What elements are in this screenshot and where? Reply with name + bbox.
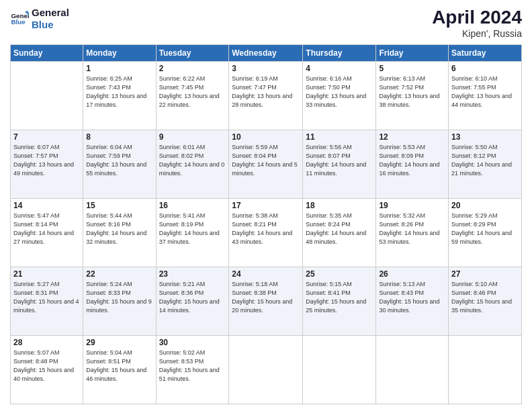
day-number: 25 — [306, 269, 373, 279]
day-info: Sunrise: 5:27 AMSunset: 8:31 PMDaylight:… — [13, 280, 80, 315]
day-number: 15 — [86, 201, 152, 210]
day-cell: 24Sunrise: 5:18 AMSunset: 8:38 PMDayligh… — [229, 267, 303, 336]
day-number: 1 — [86, 64, 152, 73]
page: General Blue General Blue April 2024 Kip… — [0, 0, 532, 411]
weekday-header-row: SundayMondayTuesdayWednesdayThursdayFrid… — [11, 45, 522, 62]
day-info: Sunrise: 5:21 AMSunset: 8:36 PMDaylight:… — [159, 280, 226, 315]
day-cell: 8Sunrise: 6:04 AMSunset: 7:59 PMDaylight… — [83, 130, 156, 199]
day-number: 13 — [451, 132, 519, 142]
day-number: 21 — [13, 269, 80, 279]
month-title: April 2024 — [432, 7, 522, 28]
logo: General Blue General Blue — [10, 7, 69, 31]
day-cell: 2Sunrise: 6:22 AMSunset: 7:45 PMDaylight… — [156, 62, 229, 130]
day-number: 11 — [306, 132, 373, 142]
day-cell: 13Sunrise: 5:50 AMSunset: 8:12 PMDayligh… — [449, 130, 522, 199]
day-cell: 1Sunrise: 6:25 AMSunset: 7:43 PMDaylight… — [83, 62, 156, 130]
day-cell: 3Sunrise: 6:19 AMSunset: 7:47 PMDaylight… — [229, 62, 303, 130]
day-number: 7 — [13, 132, 80, 142]
weekday-monday: Monday — [83, 45, 156, 62]
day-cell: 5Sunrise: 6:13 AMSunset: 7:52 PMDaylight… — [376, 62, 449, 130]
day-info: Sunrise: 5:29 AMSunset: 8:29 PMDaylight:… — [451, 212, 519, 246]
day-number: 19 — [379, 201, 445, 210]
day-cell: 16Sunrise: 5:41 AMSunset: 8:19 PMDayligh… — [156, 199, 229, 267]
day-cell: 22Sunrise: 5:24 AMSunset: 8:33 PMDayligh… — [83, 267, 156, 336]
day-info: Sunrise: 6:16 AMSunset: 7:50 PMDaylight:… — [306, 75, 373, 109]
header: General Blue General Blue April 2024 Kip… — [10, 7, 522, 39]
day-number: 27 — [451, 269, 519, 279]
day-info: Sunrise: 5:41 AMSunset: 8:19 PMDaylight:… — [159, 212, 226, 246]
day-info: Sunrise: 5:07 AMSunset: 8:48 PMDaylight:… — [13, 349, 80, 383]
day-cell: 12Sunrise: 5:53 AMSunset: 8:09 PMDayligh… — [376, 130, 449, 199]
day-info: Sunrise: 6:13 AMSunset: 7:52 PMDaylight:… — [379, 75, 445, 109]
logo-icon: General Blue — [10, 9, 29, 28]
day-number: 14 — [13, 201, 80, 210]
day-cell: 4Sunrise: 6:16 AMSunset: 7:50 PMDaylight… — [303, 62, 376, 130]
day-cell: 25Sunrise: 5:15 AMSunset: 8:41 PMDayligh… — [303, 267, 376, 336]
calendar-table: SundayMondayTuesdayWednesdayThursdayFrid… — [10, 44, 522, 404]
weekday-wednesday: Wednesday — [229, 45, 303, 62]
day-info: Sunrise: 6:10 AMSunset: 7:55 PMDaylight:… — [451, 75, 519, 109]
day-number: 24 — [232, 269, 300, 279]
day-number: 30 — [159, 338, 226, 347]
day-cell — [449, 336, 522, 404]
day-cell: 6Sunrise: 6:10 AMSunset: 7:55 PMDaylight… — [449, 62, 522, 130]
day-info: Sunrise: 5:02 AMSunset: 8:53 PMDaylight:… — [159, 349, 226, 383]
week-row-5: 28Sunrise: 5:07 AMSunset: 8:48 PMDayligh… — [11, 336, 522, 404]
day-number: 18 — [306, 201, 373, 210]
day-number: 8 — [86, 132, 152, 142]
day-cell: 7Sunrise: 6:07 AMSunset: 7:57 PMDaylight… — [11, 130, 83, 199]
day-number: 9 — [159, 132, 226, 142]
day-info: Sunrise: 5:38 AMSunset: 8:21 PMDaylight:… — [232, 212, 300, 246]
day-number: 3 — [232, 64, 300, 73]
day-cell: 28Sunrise: 5:07 AMSunset: 8:48 PMDayligh… — [11, 336, 83, 404]
day-number: 2 — [159, 64, 226, 73]
day-cell — [303, 336, 376, 404]
day-number: 23 — [159, 269, 226, 279]
day-number: 29 — [86, 338, 152, 347]
weekday-saturday: Saturday — [449, 45, 522, 62]
day-info: Sunrise: 5:18 AMSunset: 8:38 PMDaylight:… — [232, 280, 300, 315]
day-cell: 17Sunrise: 5:38 AMSunset: 8:21 PMDayligh… — [229, 199, 303, 267]
week-row-1: 1Sunrise: 6:25 AMSunset: 7:43 PMDaylight… — [11, 62, 522, 130]
day-info: Sunrise: 6:01 AMSunset: 8:02 PMDaylight:… — [159, 143, 226, 178]
day-cell: 15Sunrise: 5:44 AMSunset: 8:16 PMDayligh… — [83, 199, 156, 267]
logo-general: General — [32, 7, 69, 19]
day-info: Sunrise: 6:19 AMSunset: 7:47 PMDaylight:… — [232, 75, 300, 109]
day-cell: 30Sunrise: 5:02 AMSunset: 8:53 PMDayligh… — [156, 336, 229, 404]
day-info: Sunrise: 5:24 AMSunset: 8:33 PMDaylight:… — [86, 280, 152, 315]
day-info: Sunrise: 6:07 AMSunset: 7:57 PMDaylight:… — [13, 143, 80, 178]
day-cell: 27Sunrise: 5:10 AMSunset: 8:46 PMDayligh… — [449, 267, 522, 336]
day-number: 28 — [13, 338, 80, 347]
day-cell: 21Sunrise: 5:27 AMSunset: 8:31 PMDayligh… — [11, 267, 83, 336]
weekday-sunday: Sunday — [11, 45, 83, 62]
day-number: 5 — [379, 64, 445, 73]
day-number: 12 — [379, 132, 445, 142]
day-info: Sunrise: 5:59 AMSunset: 8:04 PMDaylight:… — [232, 143, 300, 178]
day-cell: 29Sunrise: 5:04 AMSunset: 8:51 PMDayligh… — [83, 336, 156, 404]
day-cell — [376, 336, 449, 404]
day-info: Sunrise: 5:35 AMSunset: 8:24 PMDaylight:… — [306, 212, 373, 246]
day-cell: 26Sunrise: 5:13 AMSunset: 8:43 PMDayligh… — [376, 267, 449, 336]
day-info: Sunrise: 5:50 AMSunset: 8:12 PMDaylight:… — [451, 143, 519, 178]
day-cell: 10Sunrise: 5:59 AMSunset: 8:04 PMDayligh… — [229, 130, 303, 199]
logo-blue: Blue — [32, 19, 69, 31]
day-cell — [11, 62, 83, 130]
week-row-4: 21Sunrise: 5:27 AMSunset: 8:31 PMDayligh… — [11, 267, 522, 336]
day-number: 20 — [451, 201, 519, 210]
week-row-2: 7Sunrise: 6:07 AMSunset: 7:57 PMDaylight… — [11, 130, 522, 199]
day-cell: 20Sunrise: 5:29 AMSunset: 8:29 PMDayligh… — [449, 199, 522, 267]
day-info: Sunrise: 6:22 AMSunset: 7:45 PMDaylight:… — [159, 75, 226, 109]
day-number: 17 — [232, 201, 300, 210]
day-cell: 14Sunrise: 5:47 AMSunset: 8:14 PMDayligh… — [11, 199, 83, 267]
location: Kipen', Russia — [432, 28, 522, 39]
day-info: Sunrise: 5:47 AMSunset: 8:14 PMDaylight:… — [13, 212, 80, 246]
day-number: 22 — [86, 269, 152, 279]
svg-text:Blue: Blue — [11, 18, 26, 26]
day-info: Sunrise: 6:04 AMSunset: 7:59 PMDaylight:… — [86, 143, 152, 178]
weekday-friday: Friday — [376, 45, 449, 62]
day-cell: 18Sunrise: 5:35 AMSunset: 8:24 PMDayligh… — [303, 199, 376, 267]
day-info: Sunrise: 5:44 AMSunset: 8:16 PMDaylight:… — [86, 212, 152, 246]
day-info: Sunrise: 5:04 AMSunset: 8:51 PMDaylight:… — [86, 349, 152, 383]
day-number: 10 — [232, 132, 300, 142]
weekday-tuesday: Tuesday — [156, 45, 229, 62]
